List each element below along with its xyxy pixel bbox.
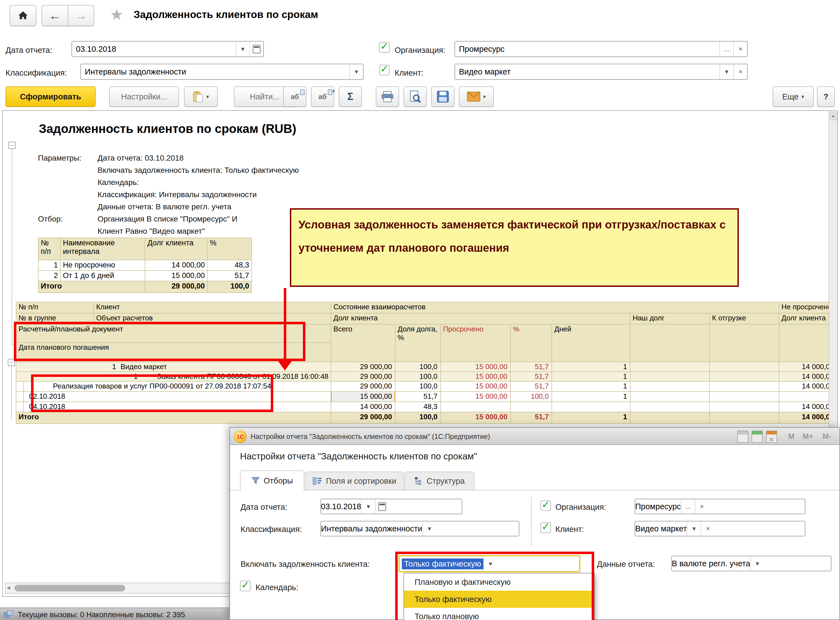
- tab-structure[interactable]: Структура: [405, 472, 475, 490]
- dropdown-item-selected[interactable]: Только фактическую: [404, 591, 594, 608]
- date-value: 03.10.2018: [72, 45, 116, 54]
- calendar-icon: [253, 45, 261, 53]
- preview-icon: [409, 90, 421, 103]
- forward-button[interactable]: →: [68, 5, 94, 26]
- dialog-client-checkbox[interactable]: ✓: [540, 522, 551, 533]
- close-icon: ×: [739, 45, 742, 53]
- expand-groups-button[interactable]: аб+: [311, 86, 334, 107]
- table-total-row: Итого 29 000,00 100,0 15 000,00 51,7 1 1…: [16, 412, 837, 424]
- print-button[interactable]: [376, 86, 399, 107]
- calendar-icon[interactable]: 31: [766, 430, 777, 443]
- dialog-organization-input[interactable]: Промресурс ... ×: [635, 499, 805, 514]
- table-header-row: Расчетный/плановый документ Всего Доля д…: [16, 324, 837, 343]
- scrollbar-thumb[interactable]: [14, 585, 125, 591]
- calendar-checkbox[interactable]: ✓: [240, 581, 250, 591]
- col-total: Всего: [331, 324, 395, 362]
- classification-input[interactable]: Интервалы задолженности ▾: [80, 64, 363, 80]
- close-icon: ×: [706, 525, 710, 533]
- save-button[interactable]: [431, 86, 454, 107]
- dialog-titlebar[interactable]: 1С Настройки отчета "Задолженность клиен…: [230, 428, 840, 445]
- date-calendar-button[interactable]: [249, 42, 263, 57]
- more-button[interactable]: Еще▾: [773, 86, 814, 107]
- dropdown-button[interactable]: ▾: [422, 521, 436, 536]
- sum-button[interactable]: Σ: [339, 86, 362, 107]
- client-clear-button[interactable]: ×: [733, 64, 747, 79]
- classification-dropdown-button[interactable]: ▾: [349, 64, 363, 79]
- dropdown-button[interactable]: ▾: [687, 521, 701, 536]
- dropdown-item[interactable]: Только плановую: [404, 608, 594, 620]
- include-debt-label: Включать задолженность клиента:: [241, 560, 370, 569]
- horizontal-scrollbar[interactable]: ◀: [5, 582, 232, 594]
- tab-selections[interactable]: Отборы: [240, 471, 304, 491]
- report-data-select[interactable]: В валюте регл. учета ▾: [671, 556, 831, 571]
- send-mail-button[interactable]: ▾: [459, 86, 494, 107]
- collapse-group-icon[interactable]: −: [8, 359, 15, 366]
- clear-button[interactable]: ×: [695, 499, 709, 514]
- chevron-down-icon: ▾: [801, 93, 804, 100]
- scroll-up-icon[interactable]: ▲: [829, 111, 837, 120]
- dialog-date-input[interactable]: 03.10.2018 ▾: [320, 499, 462, 514]
- back-button[interactable]: ←: [42, 5, 68, 26]
- ellipsis-icon: ...: [724, 45, 730, 53]
- calendar-icon: [378, 502, 386, 511]
- chevron-down-icon: ▾: [206, 93, 209, 100]
- dialog-organization-checkbox[interactable]: ✓: [540, 500, 551, 511]
- date-label: Дата отчета:: [6, 46, 52, 55]
- col-debt-share: Доля долга, %: [395, 324, 440, 362]
- collapse-groups-button[interactable]: аб: [283, 86, 306, 107]
- dropdown-button[interactable]: ▾: [483, 556, 497, 571]
- selected-cell[interactable]: 15 000,00: [331, 391, 395, 402]
- report-variants-button[interactable]: ▾: [184, 86, 218, 107]
- selection-label: Отбор:: [38, 215, 63, 223]
- home-icon: [17, 10, 29, 21]
- generate-button[interactable]: Сформировать: [6, 86, 96, 107]
- organization-select-button[interactable]: ...: [719, 42, 733, 57]
- settings-button[interactable]: Настройки...: [109, 86, 179, 107]
- favorite-star-icon[interactable]: ★: [110, 6, 124, 24]
- col-not-overdue-debt: Долг клиента: [779, 313, 837, 324]
- dialog-date-label: Дата отчета:: [241, 503, 287, 512]
- memory-minus-button[interactable]: M-: [823, 432, 831, 441]
- print-icon[interactable]: [737, 430, 748, 443]
- dialog-client-label: Клиент:: [555, 525, 584, 534]
- annotation-callout: Условная задолженность заменяется фактич…: [290, 208, 739, 287]
- client-input[interactable]: Видео маркет ▾ ×: [454, 64, 748, 80]
- client-dropdown-button[interactable]: ▾: [719, 64, 733, 79]
- organization-checkbox[interactable]: ✓: [379, 42, 390, 53]
- date-input[interactable]: 03.10.2018 ▾: [71, 41, 264, 57]
- select-button[interactable]: ...: [681, 499, 695, 514]
- col-not-overdue: Не просрочено: [779, 302, 837, 313]
- date-dropdown-button[interactable]: ▾: [235, 42, 249, 57]
- dialog-client-input[interactable]: Видео маркет ▾ ×: [635, 521, 805, 536]
- col-days: Дней: [552, 324, 630, 362]
- help-button[interactable]: ?: [817, 86, 835, 107]
- memory-plus-button[interactable]: M+: [802, 432, 813, 441]
- client-server-icon: [4, 610, 13, 618]
- date-calendar-button[interactable]: [375, 499, 389, 514]
- print-preview-button[interactable]: [404, 86, 427, 107]
- collapse-groups-icon: аб: [291, 93, 299, 101]
- calculator-icon[interactable]: [752, 430, 763, 443]
- client-checkbox[interactable]: ✓: [379, 65, 390, 75]
- tab-fields-sorting[interactable]: Поля и сортировки: [305, 472, 404, 490]
- scroll-left-icon[interactable]: ◀: [7, 585, 10, 591]
- 1c-logo-icon: 1С: [234, 430, 247, 443]
- organization-clear-button[interactable]: ×: [733, 42, 747, 57]
- debt-table: № п/п Клиент Состояние взаиморасчетов Не…: [16, 302, 837, 424]
- fields-icon: [313, 477, 322, 485]
- dialog-classification-input[interactable]: Интервалы задолженности ▾: [320, 521, 519, 536]
- organization-input[interactable]: Промресурс ... ×: [454, 41, 748, 57]
- date-dropdown-button[interactable]: ▾: [361, 499, 375, 514]
- classification-label: Классификация:: [6, 68, 67, 78]
- sigma-icon: Σ: [347, 91, 353, 102]
- include-debt-combobox[interactable]: Только фактическую ▾: [399, 556, 580, 572]
- collapse-group-icon[interactable]: −: [8, 142, 15, 149]
- home-button[interactable]: [10, 5, 36, 26]
- clear-button[interactable]: ×: [701, 521, 715, 536]
- memory-button[interactable]: M: [788, 432, 795, 441]
- dropdown-button[interactable]: ▾: [750, 556, 764, 571]
- dropdown-item[interactable]: Плановую и фактическую: [404, 573, 594, 591]
- table-row: 1 Не просрочено 14 000,00 48,3: [38, 260, 252, 271]
- table-row: 2 От 1 до 6 дней 15 000,00 51,7: [38, 271, 252, 281]
- arrow-right-icon: →: [75, 9, 87, 23]
